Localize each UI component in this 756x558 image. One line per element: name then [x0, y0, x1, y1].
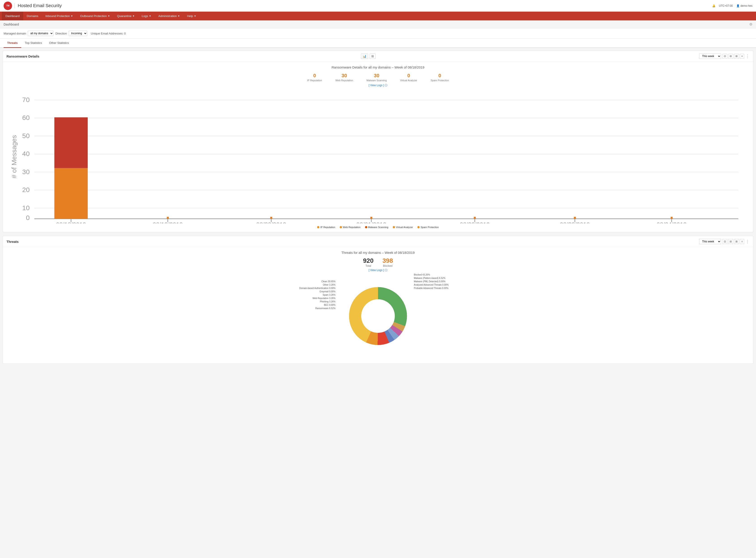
tab-other-statistics[interactable]: Other Statistics: [46, 39, 73, 48]
tab-threats[interactable]: Threats: [4, 39, 21, 48]
bar-web-rep: [54, 117, 88, 168]
threats-info-icon[interactable]: ⓘ: [385, 269, 387, 272]
nav-help[interactable]: Help ▼: [184, 11, 200, 20]
info-icon[interactable]: ⓘ: [385, 84, 387, 87]
nav-administration[interactable]: Administration ▼: [155, 11, 183, 20]
controls-bar: Managed domain all my domains Direction …: [0, 28, 756, 39]
nav-logs[interactable]: Logs ▼: [138, 11, 155, 20]
main-nav: Dashboard Domains Inbound Protection ▼ O…: [0, 11, 756, 20]
user-menu[interactable]: 👤 demo-hes: [736, 4, 752, 7]
threats-blocked-label: Blocked: [383, 264, 393, 268]
app-title: Hosted Email Security: [14, 3, 62, 8]
nav-domains[interactable]: Domains: [23, 11, 42, 20]
threats-view-icon-3[interactable]: ⊠: [734, 239, 739, 244]
nav-dashboard[interactable]: Dashboard: [2, 11, 23, 20]
page-title: Dashboard: [4, 23, 19, 26]
svg-text:50: 50: [22, 132, 29, 140]
stat-virtual-analyzer: 0 Virtual Analyzer: [400, 73, 417, 82]
threats-blocked: 398 Blocked: [383, 257, 393, 268]
svg-text:# of Messages: # of Messages: [11, 135, 18, 178]
ransomware-stats-row: 0 IP Reputation 30 Web Reputation 30 Mal…: [6, 73, 750, 82]
threats-view-icon-2[interactable]: ⊞: [728, 239, 733, 244]
view-icon-3[interactable]: ⊠: [734, 54, 739, 59]
ransomware-card: Ransomware Details 📊 ⊞ This week Last we…: [3, 51, 753, 232]
view-icon-2[interactable]: ⊞: [728, 54, 733, 59]
label-clean: Clean 30.65%: [284, 280, 336, 283]
threats-stats: 920 Total 398 Blocked: [6, 257, 750, 268]
threats-total-value: 920: [363, 257, 373, 264]
app-header: TM Hosted Email Security 🔔 UTC+07:00 👤 d…: [0, 0, 756, 11]
legend-label-spam: Spam Protection: [420, 226, 439, 229]
ransomware-actions: 📊 ⊞: [361, 53, 377, 59]
ransomware-chart-subtitle: Ransomware Details for all my domains – …: [6, 65, 750, 69]
threats-chart-subtitle: Threats for all my domains – Week of 08/…: [6, 251, 750, 254]
view-icon-4[interactable]: ≡: [740, 54, 744, 59]
logo-text: TM: [6, 4, 9, 7]
donut-left-labels: Clean 30.65% Other 3.26% Domain-based Au…: [284, 280, 336, 310]
bar-chart-btn[interactable]: 📊: [361, 53, 368, 59]
svg-text:30: 30: [22, 168, 29, 176]
ransomware-view-icons: ⊟ ⊞ ⊠ ≡: [723, 54, 744, 59]
svg-text:60: 60: [22, 114, 29, 121]
threats-total-label: Total: [363, 264, 373, 268]
donut-chart-container: Blocked 43.26% Malware (Pattern-based) 6…: [338, 276, 418, 356]
legend-virtual-analyzer: Virtual Analyzer: [393, 226, 413, 229]
legend-dot-virtual: [393, 226, 395, 228]
managed-domain-select[interactable]: all my domains: [28, 31, 53, 36]
bar-malware: [54, 168, 88, 219]
notification-icon[interactable]: 🔔: [712, 4, 715, 7]
threats-view-logs: [ View Logs ] ⓘ: [6, 269, 750, 272]
donut-right-labels: Blocked 43.26% Malware (Pattern-based) 6…: [414, 274, 459, 290]
svg-text:0: 0: [26, 214, 30, 221]
threats-logs-link[interactable]: [ View Logs ]: [369, 269, 384, 272]
ransomware-view-logs: [ View Logs ] ⓘ: [6, 83, 750, 87]
ransomware-bar-chart: 70 60 50 40 30 20 10 0 # of Messages: [11, 90, 745, 224]
threats-period-select[interactable]: This week Last week This month: [699, 239, 721, 244]
donut-svg: [338, 276, 418, 356]
trend-micro-logo: TM: [4, 2, 12, 10]
svg-text:10: 10: [22, 204, 29, 211]
ransomware-more-icon[interactable]: ⋮: [746, 54, 750, 59]
stat-web-reputation: 30 Web Reputation: [336, 73, 353, 82]
svg-text:70: 70: [22, 96, 29, 103]
label-domain-auth: Domain-based Authentication 0.00%: [284, 287, 336, 289]
ransomware-card-header: Ransomware Details 📊 ⊞ This week Last we…: [3, 51, 753, 62]
threats-card: Threats This week Last week This month ⊟…: [3, 236, 753, 364]
ransomware-period-select[interactable]: This week Last week This month: [699, 53, 721, 59]
ransomware-legend: IP Reputation Web Reputation Malware Sca…: [6, 226, 750, 229]
settings-icon[interactable]: ⚙: [749, 22, 752, 26]
stat-malware-scanning: 30 Malware Scanning: [367, 73, 387, 82]
label-ransomware: Ransomware 6.52%: [284, 307, 336, 309]
table-chart-btn[interactable]: ⊞: [370, 53, 375, 59]
label-other: Other 3.26%: [284, 284, 336, 286]
nav-outbound[interactable]: Outbound Protection ▼: [77, 11, 113, 20]
legend-label-ip: IP Reputation: [320, 226, 335, 229]
ransomware-card-body: Ransomware Details for all my domains – …: [3, 62, 753, 232]
legend-dot-spam: [417, 226, 420, 228]
logo-area: TM Hosted Email Security: [4, 2, 62, 10]
nav-inbound[interactable]: Inbound Protection ▼: [42, 11, 77, 20]
legend-dot-web: [340, 226, 342, 228]
view-logs-link[interactable]: [ View Logs ]: [369, 84, 384, 87]
threats-more-icon[interactable]: ⋮: [746, 239, 750, 244]
threats-title: Threats: [6, 240, 19, 244]
label-web-rep: Web Reputation 3.26%: [284, 297, 336, 300]
threats-view-icon-4[interactable]: ≡: [740, 239, 744, 244]
tab-top-statistics[interactable]: Top Statistics: [21, 39, 46, 48]
ransomware-title: Ransomware Details: [6, 54, 40, 58]
managed-domain-label: Managed domain: [4, 32, 26, 35]
threats-view-icon-1[interactable]: ⊟: [723, 239, 727, 244]
stat-ip-reputation: 0 IP Reputation: [307, 73, 322, 82]
legend-label-web: Web Reputation: [343, 226, 361, 229]
direction-label: Direction: [55, 32, 67, 35]
nav-quarantine[interactable]: Quarantine ▼: [113, 11, 138, 20]
legend-spam-protection-ransom: Spam Protection: [417, 226, 439, 229]
threats-card-body: Threats for all my domains – Week of 08/…: [3, 247, 753, 363]
unique-email: Unique Email Addresses: 0: [91, 32, 126, 35]
direction-select[interactable]: Incoming: [69, 31, 87, 36]
threats-view-icons: ⊟ ⊞ ⊠ ≡: [723, 239, 744, 244]
label-spam: Spam 3.26%: [284, 294, 336, 296]
svg-text:20: 20: [22, 186, 29, 194]
legend-label-virtual: Virtual Analyzer: [396, 226, 413, 229]
view-icon-1[interactable]: ⊟: [723, 54, 727, 59]
